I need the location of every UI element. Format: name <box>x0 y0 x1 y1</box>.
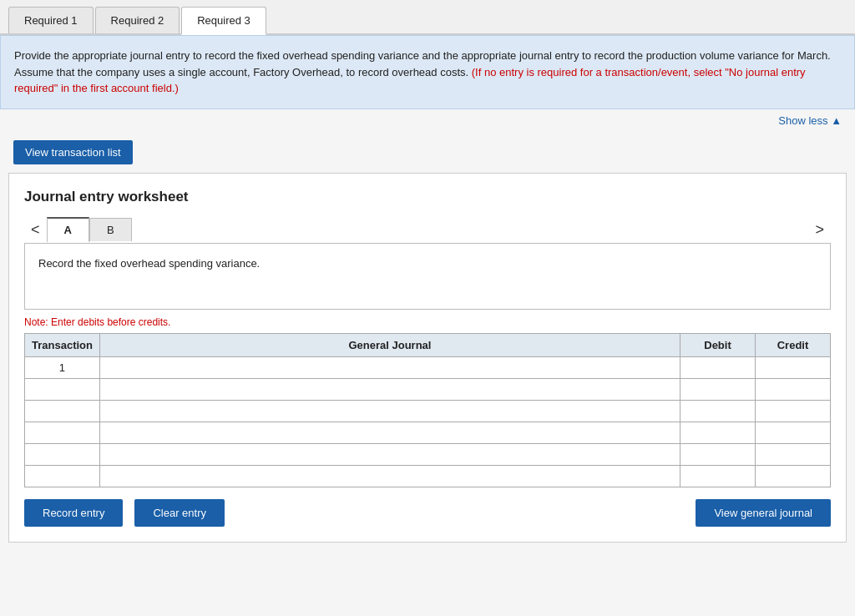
debit-input-2[interactable] <box>686 383 750 396</box>
table-row <box>25 422 831 443</box>
worksheet-tab-a[interactable]: A <box>47 217 89 243</box>
journal-cell-1[interactable] <box>99 356 680 378</box>
credit-cell-2[interactable] <box>756 378 831 400</box>
journal-input-1[interactable] <box>105 361 675 374</box>
worksheet-nav-right[interactable]: > <box>808 218 831 242</box>
debit-input-5[interactable] <box>686 448 750 461</box>
debit-input-1[interactable] <box>686 361 750 374</box>
journal-cell-5[interactable] <box>99 443 680 465</box>
show-less-area: Show less ▲ <box>0 109 855 132</box>
journal-cell-6[interactable] <box>99 465 680 487</box>
table-row <box>25 400 831 422</box>
credit-input-6[interactable] <box>761 470 825 482</box>
tab-required-3[interactable]: Required 3 <box>181 7 266 35</box>
credit-cell-3[interactable] <box>756 400 831 422</box>
credit-cell-5[interactable] <box>756 443 831 465</box>
debit-cell-6[interactable] <box>680 465 756 487</box>
journal-input-4[interactable] <box>105 427 675 439</box>
debit-input-4[interactable] <box>686 427 750 439</box>
col-header-transaction: Transaction <box>25 333 100 356</box>
journal-cell-3[interactable] <box>99 400 680 422</box>
credit-input-4[interactable] <box>761 427 825 439</box>
journal-note: Note: Enter debits before credits. <box>24 316 831 328</box>
credit-cell-4[interactable] <box>756 422 831 443</box>
debit-cell-2[interactable] <box>680 378 756 400</box>
credit-input-2[interactable] <box>761 383 825 396</box>
worksheet-card: Journal entry worksheet < A B > Record t… <box>8 173 847 543</box>
tab-required-1[interactable]: Required 1 <box>8 7 94 33</box>
transaction-cell-3 <box>25 400 100 422</box>
table-row: 1 <box>25 356 831 378</box>
debit-input-6[interactable] <box>686 470 750 482</box>
credit-input-3[interactable] <box>761 405 825 417</box>
col-header-credit: Credit <box>756 333 831 356</box>
col-header-debit: Debit <box>680 333 756 356</box>
table-row <box>25 378 831 400</box>
worksheet-title: Journal entry worksheet <box>24 189 831 205</box>
journal-input-2[interactable] <box>105 383 675 396</box>
journal-cell-2[interactable] <box>99 378 680 400</box>
journal-input-5[interactable] <box>105 448 675 461</box>
top-tabs-bar: Required 1 Required 2 Required 3 <box>0 0 855 35</box>
journal-input-3[interactable] <box>105 405 675 417</box>
record-entry-button[interactable]: Record entry <box>24 499 123 527</box>
worksheet-tabs-row: < A B > <box>24 217 831 243</box>
debit-input-3[interactable] <box>686 405 750 417</box>
debit-cell-5[interactable] <box>680 443 756 465</box>
show-less-link[interactable]: Show less ▲ <box>778 114 842 127</box>
tab-required-2[interactable]: Required 2 <box>95 7 180 33</box>
journal-entry-description: Record the fixed overhead spending varia… <box>38 257 817 270</box>
transaction-cell-5 <box>25 443 100 465</box>
view-transaction-list-button[interactable]: View transaction list <box>13 140 133 164</box>
debit-cell-1[interactable] <box>680 356 756 378</box>
col-header-general-journal: General Journal <box>99 333 680 356</box>
transaction-cell-6 <box>25 465 100 487</box>
action-buttons-row: Record entry Clear entry View general jo… <box>24 499 831 527</box>
credit-input-1[interactable] <box>761 361 825 374</box>
transaction-cell-1: 1 <box>25 356 100 378</box>
view-general-journal-button[interactable]: View general journal <box>696 499 831 527</box>
table-row <box>25 465 831 487</box>
transaction-cell-2 <box>25 378 100 400</box>
credit-cell-1[interactable] <box>756 356 831 378</box>
journal-cell-4[interactable] <box>99 422 680 443</box>
journal-input-6[interactable] <box>105 470 675 482</box>
journal-content-box: Record the fixed overhead spending varia… <box>24 243 831 310</box>
journal-table: Transaction General Journal Debit Credit… <box>24 333 831 487</box>
transaction-cell-4 <box>25 422 100 443</box>
table-row <box>25 443 831 465</box>
debit-cell-4[interactable] <box>680 422 756 443</box>
credit-cell-6[interactable] <box>756 465 831 487</box>
credit-input-5[interactable] <box>761 448 825 461</box>
worksheet-tab-b[interactable]: B <box>89 218 132 241</box>
description-block: Provide the appropriate journal entry to… <box>0 35 855 109</box>
worksheet-nav-left[interactable]: < <box>24 218 47 242</box>
debit-cell-3[interactable] <box>680 400 756 422</box>
clear-entry-button[interactable]: Clear entry <box>134 499 225 527</box>
